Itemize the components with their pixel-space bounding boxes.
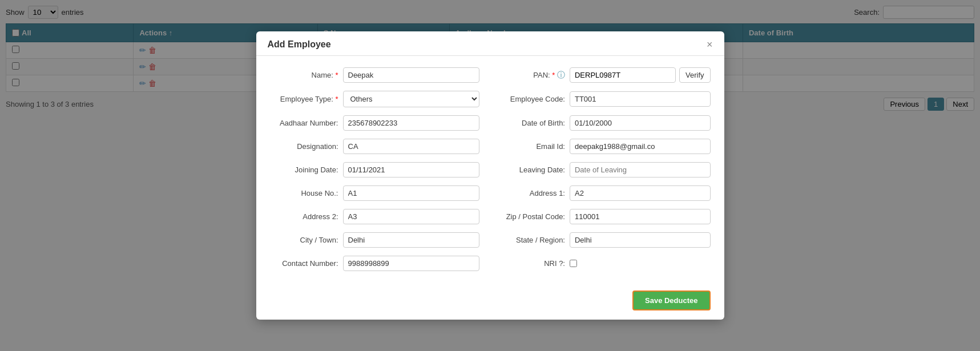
pan-label: PAN: * ⓘ bbox=[497, 70, 565, 80]
aadhaar-input[interactable] bbox=[343, 115, 479, 131]
joining-date-field-row: Joining Date: bbox=[270, 162, 479, 177]
city-label: City / Town: bbox=[270, 236, 338, 244]
address2-input[interactable] bbox=[343, 209, 479, 224]
modal-header: Add Employee × bbox=[256, 31, 724, 56]
address2-label: Address 2: bbox=[270, 212, 338, 221]
verify-button[interactable]: Verify bbox=[679, 67, 711, 83]
address1-label: Address 1: bbox=[497, 189, 565, 197]
leaving-date-input[interactable] bbox=[570, 162, 711, 177]
dob-label: Date of Birth: bbox=[497, 119, 565, 127]
pan-info-icon[interactable]: ⓘ bbox=[557, 70, 565, 79]
aadhaar-field-row: Aadhaar Number: bbox=[270, 115, 479, 131]
save-deductee-button[interactable]: Save Deductee bbox=[632, 291, 711, 310]
modal-overlay: Add Employee × Name: * PAN: * ⓘ bbox=[0, 0, 980, 351]
modal-footer: Save Deductee bbox=[256, 283, 724, 320]
state-field-row: State / Region: bbox=[497, 232, 711, 248]
nri-label: NRI ?: bbox=[497, 259, 565, 268]
employee-type-label: Employee Type: * bbox=[270, 95, 338, 103]
designation-input[interactable] bbox=[343, 139, 479, 154]
pan-input[interactable] bbox=[570, 67, 676, 83]
email-input[interactable] bbox=[570, 139, 711, 154]
employee-type-field-row: Employee Type: * Others Individual Compa… bbox=[270, 91, 479, 107]
zip-label: Zip / Postal Code: bbox=[497, 212, 565, 221]
nri-row bbox=[570, 260, 577, 267]
city-field-row: City / Town: bbox=[270, 232, 479, 248]
add-employee-modal: Add Employee × Name: * PAN: * ⓘ bbox=[256, 31, 724, 320]
contact-label: Contact Number: bbox=[270, 259, 338, 268]
house-no-input[interactable] bbox=[343, 185, 479, 201]
address1-input[interactable] bbox=[570, 185, 711, 201]
joining-date-label: Joining Date: bbox=[270, 166, 338, 174]
nri-checkbox[interactable] bbox=[570, 260, 577, 267]
form-grid: Name: * PAN: * ⓘ Verify bbox=[270, 67, 711, 271]
leaving-date-label: Leaving Date: bbox=[497, 166, 565, 174]
house-no-label: House No.: bbox=[270, 189, 338, 197]
aadhaar-label: Aadhaar Number: bbox=[270, 119, 338, 127]
zip-field-row: Zip / Postal Code: bbox=[497, 209, 711, 224]
dob-input[interactable] bbox=[570, 115, 711, 131]
modal-body: Name: * PAN: * ⓘ Verify bbox=[256, 56, 724, 283]
leaving-date-field-row: Leaving Date: bbox=[497, 162, 711, 177]
state-input[interactable] bbox=[570, 232, 711, 248]
employee-code-input[interactable] bbox=[570, 91, 711, 107]
email-label: Email Id: bbox=[497, 142, 565, 151]
employee-type-select[interactable]: Others Individual Company bbox=[343, 91, 479, 107]
nri-field-row: NRI ?: bbox=[497, 256, 711, 271]
employee-code-field-row: Employee Code: bbox=[497, 91, 711, 107]
joining-date-input[interactable] bbox=[343, 162, 479, 177]
designation-field-row: Designation: bbox=[270, 139, 479, 154]
close-button[interactable]: × bbox=[707, 39, 713, 50]
dob-field-row: Date of Birth: bbox=[497, 115, 711, 131]
address1-field-row: Address 1: bbox=[497, 185, 711, 201]
employee-code-label: Employee Code: bbox=[497, 95, 565, 103]
house-no-field-row: House No.: bbox=[270, 185, 479, 201]
city-input[interactable] bbox=[343, 232, 479, 248]
name-field-row: Name: * bbox=[270, 67, 479, 83]
name-label: Name: * bbox=[270, 71, 338, 79]
designation-label: Designation: bbox=[270, 142, 338, 151]
pan-field-row: PAN: * ⓘ Verify bbox=[497, 67, 711, 83]
zip-input[interactable] bbox=[570, 209, 711, 224]
name-input[interactable] bbox=[343, 67, 479, 83]
state-label: State / Region: bbox=[497, 236, 565, 244]
contact-input[interactable] bbox=[343, 256, 479, 271]
modal-title: Add Employee bbox=[268, 39, 331, 50]
email-field-row: Email Id: bbox=[497, 139, 711, 154]
address2-field-row: Address 2: bbox=[270, 209, 479, 224]
contact-field-row: Contact Number: bbox=[270, 256, 479, 271]
